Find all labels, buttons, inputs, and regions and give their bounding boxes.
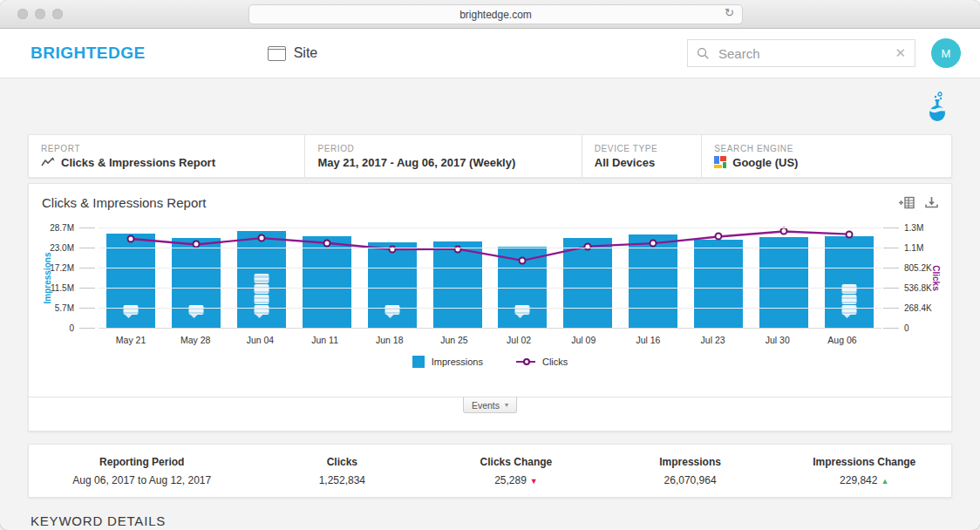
tick-mark <box>883 268 899 268</box>
events-button[interactable]: Events ▾ <box>463 397 517 413</box>
filter-device-type-value: All Devices <box>595 156 655 169</box>
clicks-point-jul-23[interactable] <box>714 233 722 241</box>
filter-bar: REPORT Clicks & Impressions Report PERIO… <box>28 134 952 178</box>
right-y-axis: Clicks 1.3M1.1M805.2K536.8K268.4K0 <box>881 228 948 328</box>
summary-header-row: Reporting Period Clicks Clicks Change Im… <box>29 456 951 468</box>
left-axis-tick-label: 11.5M <box>51 283 74 293</box>
tick-mark <box>79 308 95 309</box>
reload-icon[interactable]: ↻ <box>725 6 734 19</box>
clicks-point-jun-04[interactable] <box>258 234 266 242</box>
legend-label: Impressions <box>432 357 483 367</box>
tick-mark <box>79 228 95 228</box>
x-axis-label: Jul 02 <box>487 335 551 345</box>
tick-mark <box>79 268 95 268</box>
clicks-point-jul-30[interactable] <box>779 228 787 235</box>
x-axis-label: Jul 09 <box>551 335 616 345</box>
brand-logo: BRIGHTEDGE <box>31 44 146 63</box>
right-axis-tick-label: 0 <box>904 323 909 333</box>
filter-device-type-label: DEVICE TYPE <box>595 144 690 153</box>
chart-title: Clicks & Impressions Report <box>42 195 206 210</box>
browser-chrome: brightedge.com ↻ <box>0 0 980 29</box>
url-bar[interactable]: brightedge.com ↻ <box>248 4 743 24</box>
x-axis-label: May 21 <box>99 335 163 345</box>
filter-period-label: PERIOD <box>317 144 568 153</box>
add-to-dashboard-icon[interactable] <box>899 196 915 209</box>
browser-window: brightedge.com ↻ BRIGHTEDGE Site ✕ M <box>0 0 980 530</box>
filter-period[interactable]: PERIOD May 21, 2017 - Aug 06, 2017 (Week… <box>305 135 582 177</box>
gridline <box>99 228 881 228</box>
right-axis-tick-label: 805.2K <box>904 263 932 273</box>
x-axis-label: Jul 23 <box>681 335 745 345</box>
legend-item-impressions[interactable]: Impressions <box>412 356 483 368</box>
chevron-down-icon: ▾ <box>505 401 508 409</box>
summary-impressions: 26,070,964 <box>603 474 778 486</box>
left-axis-title: Impressions <box>43 252 52 303</box>
filter-report[interactable]: REPORT Clicks & Impressions Report <box>29 135 305 177</box>
window-controls <box>17 9 63 19</box>
filter-search-engine[interactable]: SEARCH ENGINE Google (US) <box>702 135 951 177</box>
page-content: REPORT Clicks & Impressions Report PERIO… <box>0 78 980 530</box>
x-axis-label: Jun 18 <box>357 335 422 345</box>
filter-period-value: May 21, 2017 - Aug 06, 2017 (Weekly) <box>317 156 515 169</box>
legend-impressions-swatch <box>412 356 425 368</box>
clicks-point-jul-09[interactable] <box>584 242 592 250</box>
tick-mark <box>79 328 95 329</box>
labs-flask-icon[interactable] <box>926 91 949 122</box>
summary-value-row: Aug 06, 2017 to Aug 12, 2017 1,252,834 2… <box>29 474 951 486</box>
site-menu-label: Site <box>294 45 318 61</box>
summary-clicks: 1,252,834 <box>255 474 430 486</box>
download-icon[interactable] <box>925 196 938 209</box>
url-text: brightedge.com <box>459 9 532 21</box>
gridline <box>99 268 881 268</box>
site-menu[interactable]: Site <box>268 45 318 61</box>
summary-col-impressions-change: Impressions Change <box>777 456 951 468</box>
tick-mark <box>883 248 899 248</box>
events-strip: Events ▾ <box>29 397 951 431</box>
tick-mark <box>883 228 899 228</box>
clear-search-icon[interactable]: ✕ <box>895 45 906 61</box>
gridline <box>99 288 881 289</box>
maximize-window-button[interactable] <box>52 9 63 19</box>
x-axis-labels: May 21May 28Jun 04Jun 11Jun 18Jun 25Jul … <box>95 335 878 345</box>
clicks-point-jun-25[interactable] <box>453 245 461 253</box>
clicks-point-jul-16[interactable] <box>650 240 657 248</box>
minimize-window-button[interactable] <box>35 9 45 19</box>
summary-table: Reporting Period Clicks Clicks Change Im… <box>28 444 952 498</box>
clicks-point-aug-06[interactable] <box>845 230 853 238</box>
chart-legend: ImpressionsClicks <box>29 356 951 368</box>
tick-mark <box>883 328 899 329</box>
gridline <box>99 328 881 329</box>
search-box: ✕ <box>687 39 915 67</box>
x-axis-label: Jun 25 <box>422 335 487 345</box>
summary-clicks-change: 25,289▼ <box>429 474 603 486</box>
tick-mark <box>79 248 95 248</box>
report-chart-icon <box>41 157 55 167</box>
x-axis-label: Aug 06 <box>810 335 875 345</box>
plot-area <box>99 228 881 328</box>
clicks-point-jun-18[interactable] <box>388 246 396 254</box>
right-axis-title: Clicks <box>931 265 941 290</box>
clicks-point-may-21[interactable] <box>127 235 135 243</box>
legend-item-clicks[interactable]: Clicks <box>516 357 568 367</box>
clicks-point-jun-11[interactable] <box>323 239 330 247</box>
x-axis-label: Jun 04 <box>228 335 292 345</box>
summary-col-clicks: Clicks <box>255 456 430 468</box>
filter-search-engine-value: Google (US) <box>732 156 798 169</box>
clicks-point-jul-02[interactable] <box>519 256 527 264</box>
user-avatar[interactable]: M <box>931 38 961 68</box>
search-input[interactable] <box>717 45 895 62</box>
right-axis-tick-label: 1.3M <box>904 223 923 233</box>
summary-col-clicks-change: Clicks Change <box>429 456 603 468</box>
right-axis-tick-label: 268.4K <box>904 303 932 313</box>
up-triangle-icon: ▲ <box>881 477 888 486</box>
gridline <box>99 308 881 309</box>
close-window-button[interactable] <box>17 9 28 19</box>
events-button-label: Events <box>472 400 500 411</box>
left-axis-tick-label: 5.7M <box>55 303 74 313</box>
tool-row <box>0 78 980 134</box>
filter-device-type[interactable]: DEVICE TYPE All Devices <box>582 135 703 177</box>
x-axis-label: Jun 11 <box>293 335 357 345</box>
summary-impressions-change: 229,842▲ <box>777 474 951 486</box>
summary-reporting-period: Aug 06, 2017 to Aug 12, 2017 <box>29 474 255 486</box>
filter-search-engine-label: SEARCH ENGINE <box>714 144 939 153</box>
